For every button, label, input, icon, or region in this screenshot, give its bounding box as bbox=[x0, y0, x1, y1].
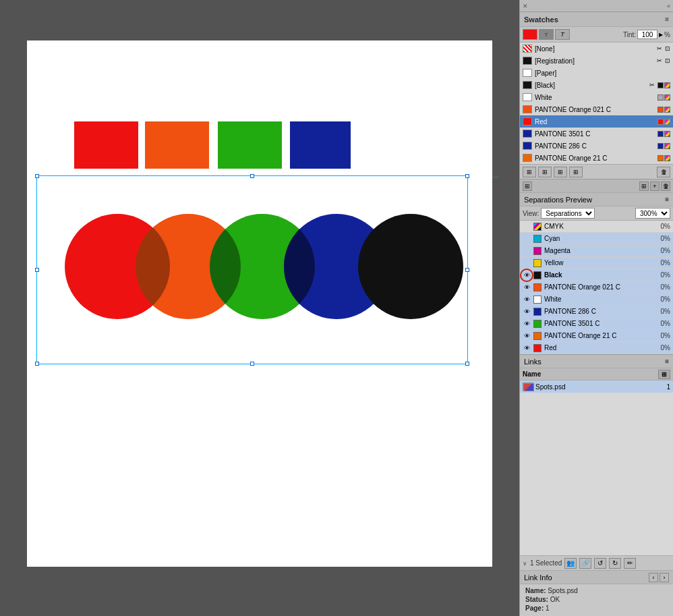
nav-next-btn[interactable]: › bbox=[660, 573, 669, 582]
swatches-menu-icon[interactable]: ≡ bbox=[665, 16, 669, 23]
sep-item-yellow[interactable]: Yellow 0% bbox=[520, 257, 673, 269]
sep-name-red: Red bbox=[544, 344, 654, 352]
sep-eye-red[interactable]: 👁 bbox=[523, 344, 531, 352]
swatch-po021-icons bbox=[657, 107, 670, 113]
swatch-type-35012 bbox=[664, 131, 670, 137]
swatch-item-red[interactable]: Red bbox=[520, 115, 673, 128]
sep-icon-row: ⊞ ⊞ + 🗑 bbox=[520, 179, 673, 193]
sep-item-black[interactable]: 👁 Black 0% bbox=[520, 269, 673, 281]
swatch-item-white[interactable]: White bbox=[520, 91, 673, 103]
link-info-nav: ‹ › bbox=[649, 573, 669, 582]
rect-green bbox=[218, 121, 282, 169]
swatch-target-icon: ⊡ bbox=[665, 45, 670, 52]
swatch-po21-icons bbox=[657, 155, 670, 161]
tint-input[interactable] bbox=[637, 30, 657, 39]
link-info-panel: Link Info ‹ › Name: Spots.psd Status: OK… bbox=[520, 570, 673, 616]
canvas-area bbox=[0, 0, 519, 616]
sep-item-po21[interactable]: 👁 PANTONE Orange 21 C 0% bbox=[520, 330, 673, 342]
rect-orange bbox=[145, 121, 209, 169]
sep-name-p286: PANTONE 286 C bbox=[544, 308, 654, 315]
links-item-spots[interactable]: Spots.psd 1 bbox=[520, 381, 673, 393]
swatch-red-icons bbox=[657, 119, 670, 125]
sep-icon-3[interactable]: 🗑 bbox=[661, 181, 670, 191]
swatches-icon-btn3[interactable]: ⊞ bbox=[554, 167, 567, 177]
sep-item-cmyk[interactable]: CMYK 0% bbox=[520, 221, 673, 233]
links-action-3[interactable]: ↺ bbox=[594, 558, 606, 569]
swatch-item-pantone286[interactable]: PANTONE 286 C bbox=[520, 140, 673, 152]
links-action-5[interactable]: ✏ bbox=[624, 558, 636, 569]
sep-item-white[interactable]: 👁 White 0% bbox=[520, 293, 673, 306]
swatches-toolbar: T T Tint: ▶ % bbox=[520, 27, 673, 43]
swatch-scissors-black: ✂ bbox=[649, 82, 655, 88]
sep-item-cyan[interactable]: Cyan 0% bbox=[520, 233, 673, 245]
swatch-item-pantone-orange021[interactable]: PANTONE Orange 021 C bbox=[520, 103, 673, 115]
sep-pct-po21: 0% bbox=[657, 332, 670, 339]
handle-bl[interactable] bbox=[35, 362, 39, 366]
links-action-1[interactable]: 👥 bbox=[564, 558, 577, 569]
sep-color-cyan bbox=[533, 235, 542, 243]
swatch-item-pantone-orange21[interactable]: PANTONE Orange 21 C bbox=[520, 152, 673, 164]
sep-view-dropdown[interactable]: Separations bbox=[541, 208, 595, 219]
sep-item-red[interactable]: 👁 Red 0% bbox=[520, 342, 673, 354]
sep-icon-2[interactable]: + bbox=[650, 181, 660, 191]
selected-label: 1 Selected bbox=[530, 559, 562, 567]
handle-tl[interactable] bbox=[35, 174, 39, 178]
link-psd-icon bbox=[523, 383, 534, 391]
sep-item-p286[interactable]: 👁 PANTONE 286 C 0% bbox=[520, 306, 673, 318]
circles-svg bbox=[36, 179, 468, 361]
handle-tm[interactable] bbox=[250, 174, 254, 178]
sep-eye-po021[interactable]: 👁 bbox=[523, 283, 531, 291]
swatch-type-po211 bbox=[657, 155, 664, 161]
collapse-icon[interactable]: « bbox=[667, 3, 670, 9]
links-menu-icon[interactable]: ≡ bbox=[665, 358, 669, 365]
swatches-icon-btn2[interactable]: ⊞ bbox=[538, 167, 552, 177]
nav-prev-btn[interactable]: ‹ bbox=[649, 573, 658, 582]
swatches-icon-btn1[interactable]: ⊞ bbox=[523, 167, 536, 177]
sep-eye-cyan bbox=[523, 235, 531, 243]
handle-bm[interactable] bbox=[250, 362, 254, 366]
links-panel: Links ≡ Name ⊞ Spots.psd 1 ∨ 1 Selected … bbox=[520, 355, 673, 616]
swatches-icon-btn4[interactable]: ⊞ bbox=[569, 167, 583, 177]
swatch-red-color bbox=[523, 117, 532, 125]
sep-eye-p286[interactable]: 👁 bbox=[523, 308, 531, 316]
stroke-color-btn[interactable]: T bbox=[539, 29, 554, 40]
sep-eye-yellow bbox=[523, 259, 531, 267]
sep-name-magenta: Magenta bbox=[544, 247, 654, 254]
right-panel: ✕ « Swatches ≡ T T Tint: ▶ % [ bbox=[519, 0, 673, 616]
tint-control: Tint: ▶ % bbox=[623, 30, 670, 39]
swatch-name-pantone3501: PANTONE 3501 C bbox=[535, 130, 655, 138]
link-name-value: Spots.psd bbox=[548, 587, 577, 594]
links-action-2[interactable]: 🔗 bbox=[579, 558, 591, 569]
tint-arrow-btn[interactable]: ▶ bbox=[659, 32, 663, 38]
sep-panel-icon[interactable]: ⊞ bbox=[523, 181, 532, 191]
sep-icon-1[interactable]: ⊞ bbox=[639, 181, 649, 191]
swatch-type-r1 bbox=[657, 119, 664, 125]
sep-eye-p3501[interactable]: 👁 bbox=[523, 320, 531, 328]
links-action-4[interactable]: ↻ bbox=[609, 558, 621, 569]
links-action-icon[interactable]: ⊞ bbox=[658, 370, 670, 379]
handle-br[interactable] bbox=[465, 362, 469, 366]
sep-item-p3501[interactable]: 👁 PANTONE 3501 C 0% bbox=[520, 318, 673, 330]
swatches-delete-btn[interactable]: 🗑 bbox=[657, 167, 670, 177]
swatch-type-process bbox=[657, 82, 664, 88]
links-title: Links bbox=[524, 358, 542, 366]
sep-eye-po21[interactable]: 👁 bbox=[523, 332, 531, 340]
sep-eye-white[interactable]: 👁 bbox=[523, 296, 531, 304]
sep-item-magenta[interactable]: Magenta 0% bbox=[520, 245, 673, 257]
swatch-item-paper[interactable]: [Paper] bbox=[520, 67, 673, 79]
sep-menu-icon[interactable]: ≡ bbox=[665, 196, 669, 203]
swatch-item-pantone3501[interactable]: PANTONE 3501 C bbox=[520, 128, 673, 140]
sep-zoom-dropdown[interactable]: 300% bbox=[635, 208, 670, 219]
swatch-item-black[interactable]: [Black] ✂ bbox=[520, 79, 673, 91]
foreground-color-btn[interactable] bbox=[523, 29, 537, 40]
swatch-item-none[interactable]: [None] ✂ ⊡ bbox=[520, 43, 673, 55]
handle-tr[interactable] bbox=[465, 174, 469, 178]
sep-pct-p286: 0% bbox=[657, 308, 670, 315]
gradient-btn[interactable]: T bbox=[555, 29, 570, 40]
swatch-item-registration[interactable]: [Registration] ✂ ⊡ bbox=[520, 55, 673, 67]
tint-label: Tint: bbox=[623, 31, 636, 38]
swatch-name-red: Red bbox=[535, 118, 655, 125]
sep-eye-black[interactable]: 👁 bbox=[523, 271, 531, 279]
close-icon[interactable]: ✕ bbox=[523, 3, 528, 9]
sep-item-po021[interactable]: 👁 PANTONE Orange 021 C 0% bbox=[520, 281, 673, 293]
